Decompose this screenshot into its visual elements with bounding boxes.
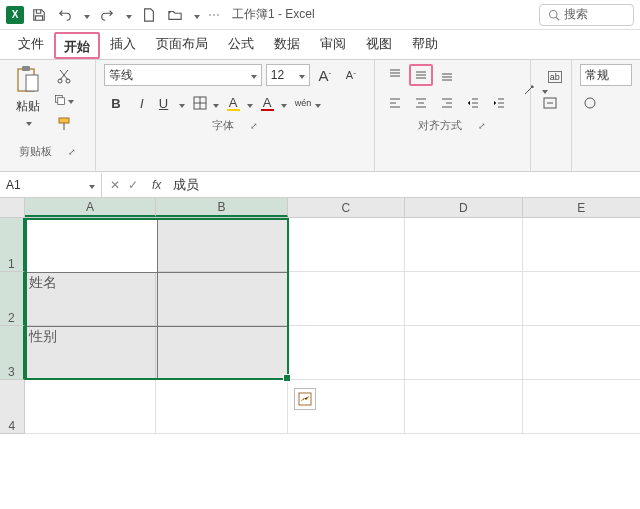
- tab-review[interactable]: 审阅: [310, 29, 356, 59]
- shrink-font-button[interactable]: Aˇ: [340, 64, 362, 86]
- tab-page-layout[interactable]: 页面布局: [146, 29, 218, 59]
- cancel-formula-icon[interactable]: ✕: [110, 178, 120, 192]
- tab-home[interactable]: 开始: [54, 32, 100, 59]
- cell-a3[interactable]: 性别: [25, 326, 156, 380]
- tab-help[interactable]: 帮助: [402, 29, 448, 59]
- group-alignment: ab 对齐方式⤢: [375, 60, 531, 171]
- grow-font-button[interactable]: Aˆ: [314, 64, 336, 86]
- qat-overflow[interactable]: ⋯: [208, 8, 220, 22]
- fill-color-button[interactable]: A: [224, 92, 256, 114]
- format-painter-button[interactable]: [54, 114, 74, 134]
- paste-icon: [12, 64, 44, 96]
- svg-rect-2: [22, 66, 30, 71]
- underline-button[interactable]: U: [156, 92, 188, 114]
- quick-analysis-button[interactable]: [294, 388, 316, 410]
- group-number: 常规: [572, 60, 640, 171]
- col-header-a[interactable]: A: [25, 198, 156, 217]
- align-launcher[interactable]: ⤢: [478, 121, 486, 131]
- font-size-select[interactable]: 12: [266, 64, 310, 86]
- font-group-label: 字体: [212, 118, 234, 133]
- save-icon[interactable]: [28, 4, 50, 26]
- cell-c2[interactable]: [288, 272, 405, 326]
- paste-button[interactable]: 粘贴: [8, 64, 48, 129]
- italic-button[interactable]: I: [130, 92, 154, 114]
- cell-e3[interactable]: [523, 326, 640, 380]
- formula-bar: A1 ✕ ✓ fx 成员: [0, 172, 640, 198]
- group-wrap-merge: [531, 60, 572, 171]
- redo-dropdown[interactable]: [124, 8, 132, 22]
- undo-dropdown[interactable]: [82, 8, 90, 22]
- cell-a2[interactable]: 姓名: [25, 272, 156, 326]
- ribbon-tabs: 文件 开始 插入 页面布局 公式 数据 审阅 视图 帮助: [0, 30, 640, 60]
- formula-input[interactable]: 成员: [167, 176, 640, 194]
- increase-indent-button[interactable]: [487, 92, 511, 114]
- col-header-e[interactable]: E: [523, 198, 640, 217]
- align-right-button[interactable]: [435, 92, 459, 114]
- cut-button[interactable]: [54, 66, 74, 86]
- undo-button[interactable]: [54, 4, 76, 26]
- copy-button[interactable]: [54, 90, 74, 110]
- cell-c1[interactable]: [288, 218, 405, 272]
- cell-b2[interactable]: [156, 272, 287, 326]
- font-color-button[interactable]: A: [258, 92, 290, 114]
- col-header-d[interactable]: D: [405, 198, 522, 217]
- align-bottom-button[interactable]: [435, 64, 459, 86]
- borders-button[interactable]: [190, 92, 222, 114]
- search-box[interactable]: 搜索: [539, 4, 634, 26]
- bold-button[interactable]: B: [104, 92, 128, 114]
- font-name-select[interactable]: 等线: [104, 64, 262, 86]
- cell-b3[interactable]: [156, 326, 287, 380]
- excel-icon: X: [6, 6, 24, 24]
- paste-label: 粘贴: [16, 98, 40, 115]
- paste-dropdown-icon: [24, 115, 32, 129]
- tab-view[interactable]: 视图: [356, 29, 402, 59]
- row-header-2[interactable]: 2: [0, 272, 25, 326]
- align-top-button[interactable]: [383, 64, 407, 86]
- cell-d1[interactable]: [405, 218, 522, 272]
- group-font: 等线 12 Aˆ Aˇ B I U A A wén 字体⤢: [96, 60, 375, 171]
- align-center-button[interactable]: [409, 92, 433, 114]
- tab-formulas[interactable]: 公式: [218, 29, 264, 59]
- search-icon: [548, 9, 560, 21]
- select-all-corner[interactable]: [0, 198, 25, 217]
- tab-file[interactable]: 文件: [8, 29, 54, 59]
- cell-d4[interactable]: [405, 380, 522, 434]
- row-header-1[interactable]: 1: [0, 218, 25, 272]
- redo-button[interactable]: [96, 4, 118, 26]
- cell-e4[interactable]: [523, 380, 640, 434]
- cell-c3[interactable]: [288, 326, 405, 380]
- cell-d3[interactable]: [405, 326, 522, 380]
- number-format-select[interactable]: 常规: [580, 64, 632, 86]
- grid-area[interactable]: A B C D E 1 成员 2 姓名 3 性别 4: [0, 198, 640, 434]
- document-title: 工作簿1 - Excel: [232, 6, 315, 23]
- align-group-label: 对齐方式: [418, 118, 462, 133]
- column-headers: A B C D E: [0, 198, 640, 218]
- cell-e2[interactable]: [523, 272, 640, 326]
- open-icon[interactable]: [164, 4, 186, 26]
- row-header-4[interactable]: 4: [0, 380, 25, 434]
- row-header-3[interactable]: 3: [0, 326, 25, 380]
- phonetic-button[interactable]: wén: [292, 92, 324, 114]
- accounting-format-button[interactable]: [580, 92, 612, 114]
- cell-a1[interactable]: 成员: [25, 218, 156, 272]
- fx-icon[interactable]: fx: [152, 178, 161, 192]
- font-launcher[interactable]: ⤢: [250, 121, 258, 131]
- enter-formula-icon[interactable]: ✓: [128, 178, 138, 192]
- tab-data[interactable]: 数据: [264, 29, 310, 59]
- clipboard-launcher[interactable]: ⤢: [68, 147, 76, 157]
- cell-e1[interactable]: [523, 218, 640, 272]
- cell-a4[interactable]: [25, 380, 156, 434]
- align-left-button[interactable]: [383, 92, 407, 114]
- col-header-c[interactable]: C: [288, 198, 405, 217]
- group-clipboard: 粘贴 剪贴板⤢: [0, 60, 96, 171]
- col-header-b[interactable]: B: [156, 198, 287, 217]
- new-file-icon[interactable]: [138, 4, 160, 26]
- open-dropdown[interactable]: [192, 8, 200, 22]
- cell-b4[interactable]: [156, 380, 287, 434]
- tab-insert[interactable]: 插入: [100, 29, 146, 59]
- cell-b1[interactable]: [156, 218, 287, 272]
- decrease-indent-button[interactable]: [461, 92, 485, 114]
- align-middle-button[interactable]: [409, 64, 433, 86]
- name-box[interactable]: A1: [0, 173, 102, 197]
- cell-d2[interactable]: [405, 272, 522, 326]
